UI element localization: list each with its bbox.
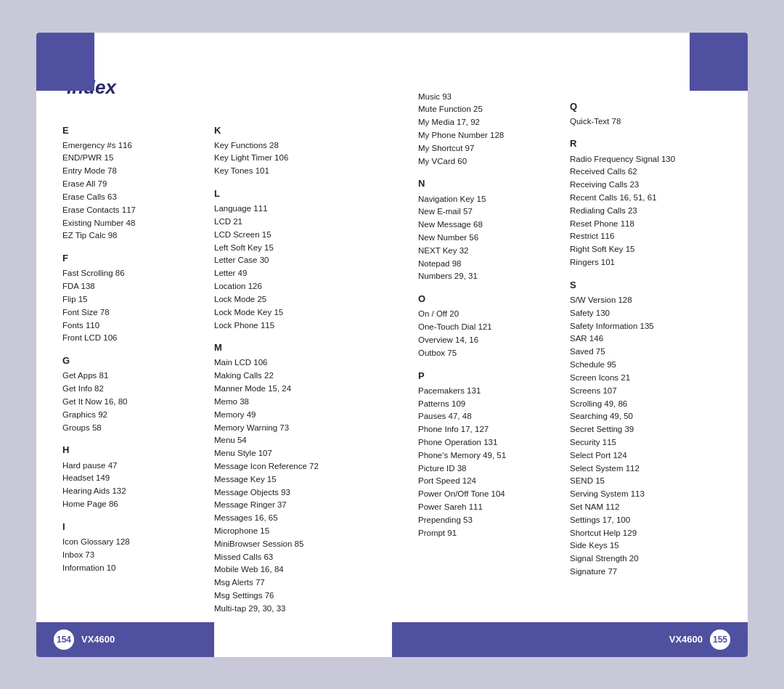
corner-accent-tl <box>36 33 94 91</box>
right-col-1: Music 93 Mute Function 25 My Media 17, 9… <box>418 91 570 584</box>
section-p: P <box>418 369 561 383</box>
left-footer: 154 VX4600 <box>36 622 392 657</box>
section-g: G <box>62 354 205 368</box>
right-footer-model: VX4600 <box>669 634 703 645</box>
left-footer-model: VX4600 <box>81 634 115 645</box>
index-title: Index <box>65 76 366 99</box>
section-s: S <box>570 278 713 293</box>
section-i: I <box>62 520 205 534</box>
right-footer: VX4600 155 <box>392 622 748 657</box>
section-l: L <box>214 187 357 201</box>
left-page: Index E Emergency #s 116 END/PWR 15 Entr… <box>36 33 392 657</box>
section-h: H <box>62 443 205 457</box>
right-page: Music 93 Mute Function 25 My Media 17, 9… <box>392 33 748 657</box>
section-k: K <box>214 123 357 138</box>
section-r: R <box>570 136 713 151</box>
right-col-2: Q Quick-Text 78 R Radio Frequency Signal… <box>570 91 722 584</box>
section-n: N <box>418 176 561 191</box>
section-q: Q <box>570 99 713 114</box>
left-page-number: 154 <box>54 629 74 650</box>
page-spread: Index E Emergency #s 116 END/PWR 15 Entr… <box>36 33 748 657</box>
section-f: F <box>62 251 205 266</box>
section-o: O <box>418 292 561 306</box>
right-columns: Music 93 Mute Function 25 My Media 17, 9… <box>418 91 722 584</box>
right-page-number: 155 <box>710 629 730 650</box>
left-col-2: K Key Functions 28 Key Light Timer 106 K… <box>214 115 366 608</box>
section-e: E <box>62 123 205 138</box>
left-columns: E Emergency #s 116 END/PWR 15 Entry Mode… <box>62 115 366 608</box>
footer-right-bar: VX4600 155 <box>392 622 748 657</box>
corner-accent-tr <box>690 33 748 91</box>
left-col-1: E Emergency #s 116 END/PWR 15 Entry Mode… <box>62 115 214 608</box>
footer-left-bar: 154 VX4600 <box>36 622 214 657</box>
section-m: M <box>214 341 357 355</box>
